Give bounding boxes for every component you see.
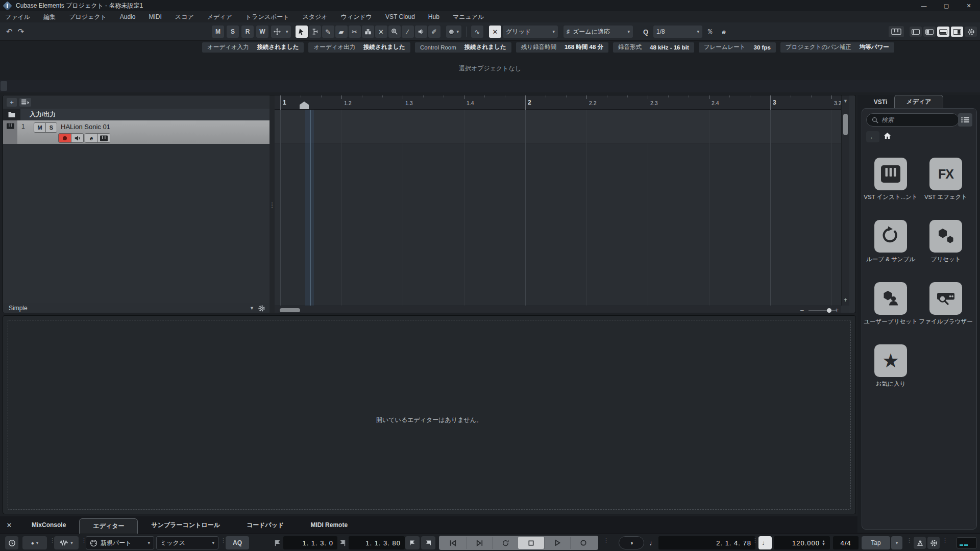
menu-studio[interactable]: スタジオ <box>303 13 328 21</box>
audio-record-mode-selector[interactable]: ▾ <box>54 536 79 549</box>
goto-previous-marker-button[interactable] <box>440 537 466 549</box>
vertical-scroll-thumb[interactable] <box>843 114 848 135</box>
tab-midi-remote[interactable]: MIDI Remote <box>297 516 361 534</box>
add-track-button[interactable]: + <box>7 98 17 107</box>
time-format-icon[interactable]: ♩ <box>649 539 656 547</box>
toggle-right-zone-button[interactable] <box>951 27 963 37</box>
auto-scroll-button[interactable]: ▾ <box>271 26 291 38</box>
quantize-preset-select[interactable]: 1/8▾ <box>653 26 702 38</box>
split-tool[interactable]: ✂ <box>349 26 361 38</box>
jog-shuttle-button[interactable]: ◑ <box>619 536 644 549</box>
snap-type-button[interactable]: ✕ <box>489 26 501 38</box>
tab-editor[interactable]: エディター <box>79 518 138 534</box>
tile-user-presets[interactable] <box>874 282 907 315</box>
cycle-button[interactable] <box>492 537 518 549</box>
instrument-track[interactable]: 1 M S HALion Sonic 01 e <box>3 120 270 144</box>
info-audio-input[interactable]: オーディオ入力接続されました <box>202 42 304 53</box>
track-solo-button[interactable]: S <box>45 123 57 132</box>
punch-out-button[interactable] <box>421 536 435 549</box>
write-automation-button[interactable]: W <box>256 26 268 38</box>
grid-type-select[interactable]: グリッド▾ <box>503 26 558 38</box>
play-button[interactable] <box>544 537 570 549</box>
tile-vst-effects[interactable]: FX <box>929 158 962 190</box>
track-name[interactable]: HALion Sonic 01 <box>61 123 110 131</box>
tab-sampler-control[interactable]: サンプラーコントロール <box>138 516 233 534</box>
tap-dropdown-caret[interactable]: ▾ <box>891 536 902 549</box>
erase-tool[interactable]: ▰ <box>335 26 348 38</box>
glue-tool[interactable] <box>362 26 374 38</box>
edit-channel-button[interactable]: e <box>85 134 97 142</box>
line-tool[interactable]: ∕ <box>402 26 414 38</box>
mute-all-button[interactable]: M <box>212 26 224 38</box>
metronome-button[interactable] <box>914 537 926 549</box>
menu-score[interactable]: スコア <box>175 13 194 21</box>
vertical-scrollbar[interactable]: ▼ + <box>841 95 849 306</box>
snap-on-off-button[interactable]: ∿ <box>471 26 483 38</box>
playhead-marker[interactable] <box>300 102 309 109</box>
info-pan-law[interactable]: プロジェクトのパン補正均等パワー <box>780 42 894 53</box>
tile-file-browser[interactable] <box>929 282 962 315</box>
record-mode-selector[interactable]: ●▾ <box>22 536 47 549</box>
tile-favorites[interactable]: ★ <box>874 344 907 377</box>
track-presets-button[interactable] <box>19 98 31 107</box>
goto-next-marker-button[interactable] <box>466 537 492 549</box>
quantize-panel-button[interactable]: e <box>718 26 730 38</box>
close-button[interactable]: ✕ <box>958 0 980 11</box>
mute-tool[interactable]: ✕ <box>375 26 387 38</box>
info-record-time[interactable]: 残り録音時間168 時間 48 分 <box>516 42 608 53</box>
right-locator-field[interactable]: 1. 1. 3. 80 <box>349 536 405 549</box>
zoom-slider-track[interactable] <box>808 310 837 311</box>
horizontal-scrollbar[interactable]: – + <box>275 306 841 313</box>
menu-audio[interactable]: Audio <box>120 13 136 20</box>
open-instrument-button[interactable] <box>97 134 110 142</box>
midi-mix-mode-selector[interactable]: ミックス▾ <box>156 536 218 549</box>
menu-vst-cloud[interactable]: VST Cloud <box>385 13 415 20</box>
redo-button[interactable]: ↷ <box>18 27 24 36</box>
info-frame-rate[interactable]: フレームレート30 fps <box>699 42 776 53</box>
record-enable-button[interactable] <box>59 134 71 142</box>
zoom-preset-select[interactable]: ♯ズームに適応▾ <box>564 26 633 38</box>
menu-hub[interactable]: Hub <box>428 13 439 20</box>
track-list-splitter[interactable]: ⋮ <box>270 95 275 313</box>
menu-manual[interactable]: マニュアル <box>453 13 484 21</box>
tab-chord-pads[interactable]: コードパッド <box>233 516 297 534</box>
tab-vsti[interactable]: VSTi <box>868 96 893 108</box>
color-tool[interactable]: ✐ <box>428 26 440 38</box>
tile-presets[interactable] <box>929 220 962 253</box>
draw-tool[interactable]: ✎ <box>322 26 334 38</box>
io-folder-track[interactable]: 入力/出力 <box>3 109 270 120</box>
stop-button[interactable] <box>518 537 544 549</box>
on-screen-keyboard-button[interactable] <box>889 26 904 37</box>
quantize-button[interactable]: Q <box>640 26 652 38</box>
info-audio-output[interactable]: オーディオ出力接続されました <box>308 42 410 53</box>
minimize-button[interactable]: — <box>913 0 935 11</box>
info-control-room[interactable]: Control Room接続されました <box>415 42 511 53</box>
undo-button[interactable]: ↶ <box>6 27 13 36</box>
object-selection-tool[interactable] <box>296 26 308 38</box>
audio-performance-meter[interactable] <box>957 537 977 548</box>
vertical-zoom-in-button[interactable]: + <box>844 296 847 304</box>
tab-mixconsole[interactable]: MixConsole <box>18 516 79 534</box>
scroll-up-icon[interactable]: ▼ <box>843 98 848 104</box>
info-record-format[interactable]: 録音形式48 kHz - 16 bit <box>613 42 694 53</box>
toggle-inspector-button[interactable] <box>923 27 936 37</box>
iterative-quantize-button[interactable]: ％ <box>704 26 716 38</box>
track-height-preset[interactable]: Simple <box>9 305 28 312</box>
track-list-settings-gear-icon[interactable] <box>258 305 265 312</box>
zoom-slider-handle[interactable] <box>827 308 831 313</box>
toggle-left-zone-button[interactable] <box>910 27 922 37</box>
menu-file[interactable]: ファイル <box>5 13 30 21</box>
tile-loops-samples[interactable] <box>874 220 907 253</box>
menu-media[interactable]: メディア <box>207 13 232 21</box>
project-cursor[interactable] <box>310 110 311 306</box>
menu-window[interactable]: ウィンドウ <box>341 13 372 21</box>
preset-dropdown-caret[interactable]: ▼ <box>250 306 254 311</box>
maximize-button[interactable]: ▢ <box>935 0 958 11</box>
horizontal-scroll-thumb[interactable] <box>280 308 300 312</box>
window-layout-setup-button[interactable] <box>965 27 977 37</box>
color-menu[interactable]: ▾ <box>446 26 462 38</box>
zoom-in-button[interactable]: + <box>835 307 839 313</box>
auto-scroll-caret[interactable]: ▾ <box>283 29 291 34</box>
menu-project[interactable]: プロジェクト <box>69 13 107 21</box>
tap-tempo-button[interactable]: Tap <box>862 536 890 549</box>
